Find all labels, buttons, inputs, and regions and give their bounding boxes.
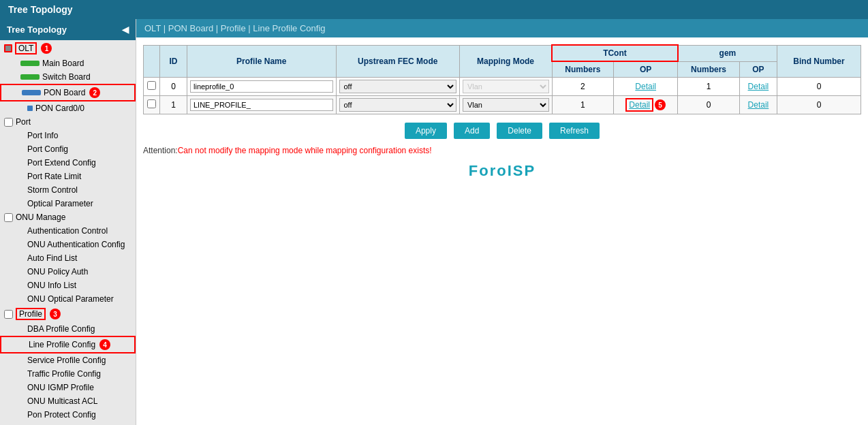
olt-icon bbox=[4, 44, 12, 52]
sidebar-header: Tree Topology ◀ bbox=[0, 19, 136, 40]
breadcrumb-line-profile-config[interactable]: Line Profile Config bbox=[253, 23, 325, 33]
detail-badge-5: 5 bbox=[655, 99, 666, 110]
watermark: ForoISP bbox=[143, 162, 861, 180]
gem-numbers-1: 0 bbox=[678, 96, 739, 114]
mapping-mode-select-1[interactable]: VlanGEMTLS bbox=[463, 98, 549, 112]
main-layout: Tree Topology ◀ OLT 1 Main Board Switch … bbox=[0, 19, 868, 425]
tree-topology-label: Tree Topology bbox=[7, 25, 67, 35]
mapping-mode-select-0[interactable]: VlanGEMTLS bbox=[463, 80, 549, 93]
collapse-icon[interactable]: ◀ bbox=[122, 25, 129, 35]
sidebar-item-traffic-profile-config[interactable]: Traffic Profile Config bbox=[0, 367, 136, 381]
app-title: Tree Topology bbox=[8, 4, 73, 15]
refresh-button[interactable]: Refresh bbox=[549, 123, 600, 139]
sidebar-item-onu-info-list[interactable]: ONU Info List bbox=[0, 279, 136, 292]
apply-button[interactable]: Apply bbox=[405, 123, 447, 139]
upstream-fec-select-1[interactable]: offon bbox=[339, 98, 456, 112]
onu-manage-label: ONU Manage bbox=[16, 212, 65, 222]
profile-name-input-0[interactable] bbox=[190, 80, 333, 93]
sidebar-item-storm-control[interactable]: Storm Control bbox=[0, 183, 136, 197]
pon-card-icon bbox=[27, 106, 33, 111]
add-button[interactable]: Add bbox=[454, 123, 490, 139]
switch-board-icon bbox=[20, 74, 40, 80]
sidebar-item-onu-multicast-acl[interactable]: ONU Multicast ACL bbox=[0, 394, 136, 408]
table-row: 1offonVlanGEMTLS1Detail50Detail0 bbox=[144, 96, 861, 114]
attention-prefix: Attention: bbox=[143, 146, 178, 155]
profile-section-label: Profile bbox=[16, 308, 46, 320]
sidebar-item-pon-protect-config[interactable]: Pon Protect Config bbox=[0, 408, 136, 422]
th-tcont-numbers: Numbers bbox=[552, 61, 613, 78]
tcont-detail-link-1[interactable]: Detail bbox=[625, 98, 653, 112]
app-header: Tree Topology bbox=[0, 0, 868, 19]
action-buttons: Apply Add Delete Refresh bbox=[143, 123, 861, 139]
profile-name-input-1[interactable] bbox=[190, 99, 333, 111]
breadcrumb-profile[interactable]: Profile bbox=[221, 23, 246, 33]
sidebar-item-optical-parameter[interactable]: Optical Parameter bbox=[0, 197, 136, 210]
sidebar-item-onu-optical-param[interactable]: ONU Optical Parameter bbox=[0, 292, 136, 306]
breadcrumb-olt[interactable]: OLT bbox=[144, 23, 161, 33]
sidebar-item-onu-auth-config[interactable]: ONU Authentication Config bbox=[0, 238, 136, 251]
bind-number-0: 0 bbox=[777, 78, 861, 96]
pon-card-label: PON Card0/0 bbox=[35, 104, 84, 113]
sidebar-item-main-board[interactable]: Main Board bbox=[0, 57, 136, 70]
olt-badge: 1 bbox=[41, 43, 52, 54]
port-section-header[interactable]: Port bbox=[0, 115, 136, 129]
table-row: 0offonVlanGEMTLS2Detail1Detail0 bbox=[144, 78, 861, 96]
onu-manage-section-header[interactable]: ONU Manage bbox=[0, 210, 136, 224]
pon-board-label: PON Board bbox=[44, 88, 85, 97]
onu-manage-checkbox[interactable] bbox=[4, 213, 13, 222]
sidebar-item-port-extend-config[interactable]: Port Extend Config bbox=[0, 156, 136, 170]
pon-board-badge: 2 bbox=[89, 87, 100, 98]
port-section-checkbox[interactable] bbox=[4, 118, 13, 127]
sidebar-header-title: Tree Topology bbox=[7, 25, 67, 35]
sidebar-item-pon-board[interactable]: PON Board 2 bbox=[0, 84, 136, 101]
line-profile-badge: 4 bbox=[99, 339, 110, 350]
gem-detail-link-0[interactable]: Detail bbox=[748, 82, 769, 91]
sidebar-item-port-config[interactable]: Port Config bbox=[0, 142, 136, 156]
sidebar-item-pon-card[interactable]: PON Card0/0 bbox=[0, 101, 136, 115]
sidebar-item-onu-policy-auth[interactable]: ONU Policy Auth bbox=[0, 265, 136, 279]
profile-section-checkbox[interactable] bbox=[4, 310, 13, 319]
delete-button[interactable]: Delete bbox=[497, 123, 542, 139]
sidebar-item-line-profile-config[interactable]: Line Profile Config 4 bbox=[0, 336, 136, 353]
th-gem-op: OP bbox=[739, 61, 777, 78]
sidebar-item-port-info[interactable]: Port Info bbox=[0, 129, 136, 142]
port-section-label: Port bbox=[16, 117, 31, 127]
line-profile-table: ID Profile Name Upstream FEC Mode Mappin… bbox=[143, 44, 861, 114]
watermark-text: Foro bbox=[469, 162, 508, 179]
row-checkbox-0[interactable] bbox=[147, 81, 156, 90]
watermark-highlight: ISP bbox=[508, 162, 536, 179]
attention-message: Can not modify the mapping mode while ma… bbox=[178, 146, 432, 155]
sidebar-item-auto-find-list[interactable]: Auto Find List bbox=[0, 251, 136, 265]
sidebar-item-switch-board[interactable]: Switch Board bbox=[0, 70, 136, 84]
main-board-icon bbox=[20, 61, 40, 66]
breadcrumb-pon-board[interactable]: PON Board bbox=[168, 23, 213, 33]
sidebar-item-olt[interactable]: OLT 1 bbox=[0, 40, 136, 57]
upstream-fec-select-0[interactable]: offon bbox=[339, 80, 456, 93]
sidebar-item-onu-igmp-profile[interactable]: ONU IGMP Profile bbox=[0, 381, 136, 394]
sidebar-item-auth-control[interactable]: Authentication Control bbox=[0, 224, 136, 238]
th-gem-group: gem bbox=[678, 45, 777, 61]
content-area: OLT | PON Board | Profile | Line Profile… bbox=[136, 19, 868, 425]
th-id: ID bbox=[160, 45, 187, 78]
tcont-numbers-0: 2 bbox=[552, 78, 613, 96]
cell-id-1: 1 bbox=[160, 96, 187, 114]
gem-detail-link-1[interactable]: Detail bbox=[748, 100, 769, 110]
olt-label: OLT bbox=[15, 42, 37, 54]
tcont-numbers-1: 1 bbox=[552, 96, 613, 114]
cell-id-0: 0 bbox=[160, 78, 187, 96]
profile-section-header[interactable]: Profile 3 bbox=[0, 306, 136, 322]
sidebar-item-port-rate-limit[interactable]: Port Rate Limit bbox=[0, 170, 136, 183]
gem-numbers-0: 1 bbox=[678, 78, 739, 96]
tcont-detail-link-0[interactable]: Detail bbox=[635, 82, 656, 91]
bind-number-1: 0 bbox=[777, 96, 861, 114]
th-bind-number: Bind Number bbox=[777, 45, 861, 78]
sidebar-item-service-profile-config[interactable]: Service Profile Config bbox=[0, 353, 136, 367]
row-checkbox-1[interactable] bbox=[147, 99, 156, 108]
attention-text: Attention:Can not modify the mapping mod… bbox=[143, 146, 861, 155]
sidebar-item-dba-profile-config[interactable]: DBA Profile Config bbox=[0, 322, 136, 336]
th-tcont-op: OP bbox=[614, 61, 678, 78]
content-body: ID Profile Name Upstream FEC Mode Mappin… bbox=[136, 37, 868, 425]
switch-board-label: Switch Board bbox=[42, 72, 91, 82]
main-board-label: Main Board bbox=[42, 59, 84, 68]
profile-badge: 3 bbox=[50, 309, 61, 319]
